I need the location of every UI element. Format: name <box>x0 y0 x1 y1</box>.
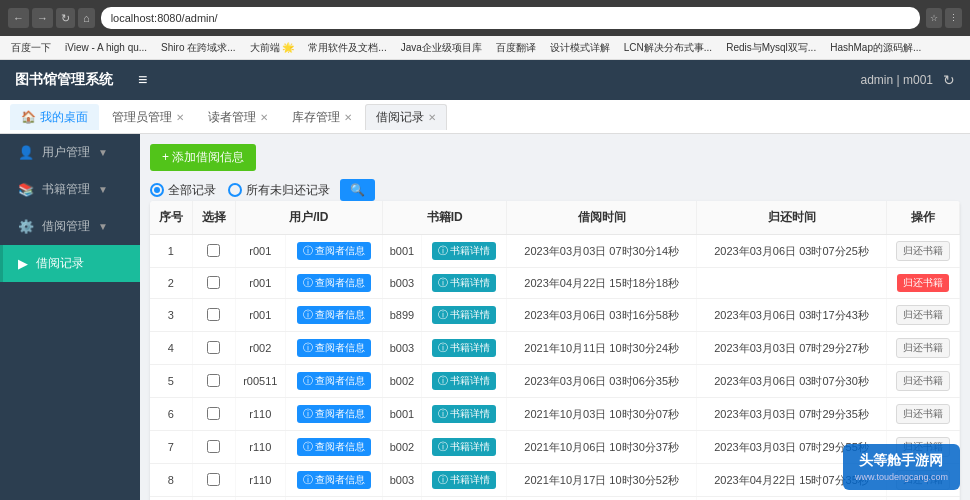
tab-reader[interactable]: 读者管理 ✕ <box>197 104 279 130</box>
book-info-button[interactable]: ⓘ 书籍详情 <box>432 339 497 357</box>
cell-checkbox[interactable] <box>192 332 235 365</box>
book-info-button[interactable]: ⓘ 书籍详情 <box>432 372 497 390</box>
cell-book-btn[interactable]: ⓘ 书籍详情 <box>421 299 507 332</box>
tab-borrow-close[interactable]: ✕ <box>428 112 436 123</box>
row-checkbox[interactable] <box>207 407 220 420</box>
cell-checkbox[interactable] <box>192 431 235 464</box>
reader-info-button[interactable]: ⓘ 查阅者信息 <box>297 405 372 423</box>
cell-book-btn[interactable]: ⓘ 书籍详情 <box>421 235 507 268</box>
filter-all-radio[interactable] <box>150 183 164 197</box>
book-info-button[interactable]: ⓘ 书籍详情 <box>432 471 497 489</box>
cell-reader-btn[interactable]: ⓘ 查阅者信息 <box>285 398 382 431</box>
book-info-button[interactable]: ⓘ 书籍详情 <box>432 306 497 324</box>
cell-action[interactable]: 归还书籍 <box>886 235 959 268</box>
reader-info-button[interactable]: ⓘ 查阅者信息 <box>297 242 372 260</box>
row-checkbox[interactable] <box>207 374 220 387</box>
row-checkbox[interactable] <box>207 276 220 289</box>
tab-admin[interactable]: 管理员管理 ✕ <box>101 104 195 130</box>
book-info-button[interactable]: ⓘ 书籍详情 <box>432 242 497 260</box>
return-button[interactable]: 归还书籍 <box>896 404 950 424</box>
row-checkbox[interactable] <box>207 244 220 257</box>
bookmark-9[interactable]: Redis与Mysql双写... <box>721 40 821 56</box>
reader-info-button[interactable]: ⓘ 查阅者信息 <box>297 339 372 357</box>
reader-info-button[interactable]: ⓘ 查阅者信息 <box>297 306 372 324</box>
tab-inventory-close[interactable]: ✕ <box>344 112 352 123</box>
sidebar-item-borrow-record[interactable]: ▶ 借阅记录 <box>0 245 140 282</box>
cell-book-btn[interactable]: ⓘ 书籍详情 <box>421 431 507 464</box>
add-borrow-button[interactable]: + 添加借阅信息 <box>150 144 256 171</box>
sidebar-item-borrow-mgmt[interactable]: ⚙️ 借阅管理 ▼ <box>0 208 140 245</box>
cell-action[interactable]: 归还书籍 <box>886 299 959 332</box>
bookmark-8[interactable]: LCN解决分布式事... <box>619 40 717 56</box>
cell-checkbox[interactable] <box>192 365 235 398</box>
menu-toggle-icon[interactable]: ≡ <box>138 71 147 89</box>
cell-book-btn[interactable]: ⓘ 书籍详情 <box>421 497 507 501</box>
cell-checkbox[interactable] <box>192 398 235 431</box>
bookmark-10[interactable]: HashMap的源码解... <box>825 40 926 56</box>
filter-all[interactable]: 全部记录 <box>150 182 216 199</box>
filter-unreturned[interactable]: 所有未归还记录 <box>228 182 330 199</box>
cell-action[interactable]: 归还书籍 <box>886 332 959 365</box>
tab-inventory[interactable]: 库存管理 ✕ <box>281 104 363 130</box>
return-button[interactable]: 归还书籍 <box>896 371 950 391</box>
cell-reader-btn[interactable]: ⓘ 查阅者信息 <box>285 268 382 299</box>
cell-book-btn[interactable]: ⓘ 书籍详情 <box>421 398 507 431</box>
sidebar-item-user[interactable]: 👤 用户管理 ▼ <box>0 134 140 171</box>
bookmark-5[interactable]: Java企业级项目库 <box>396 40 487 56</box>
cell-reader-btn[interactable]: ⓘ 查阅者信息 <box>285 299 382 332</box>
cell-book-btn[interactable]: ⓘ 书籍详情 <box>421 365 507 398</box>
menu-button[interactable]: ⋮ <box>945 8 962 28</box>
cell-checkbox[interactable] <box>192 464 235 497</box>
return-button-active[interactable]: 归还书籍 <box>897 274 949 292</box>
cell-action[interactable]: 归还书籍 <box>886 365 959 398</box>
cell-reader-btn[interactable]: ⓘ 查阅者信息 <box>285 332 382 365</box>
tab-home[interactable]: 🏠 我的桌面 <box>10 104 99 130</box>
book-info-button[interactable]: ⓘ 书籍详情 <box>432 405 497 423</box>
filter-unreturned-radio[interactable] <box>228 183 242 197</box>
cell-reader-btn[interactable]: ⓘ 查阅者信息 <box>285 497 382 501</box>
cell-checkbox[interactable] <box>192 497 235 501</box>
row-checkbox[interactable] <box>207 440 220 453</box>
reader-info-button[interactable]: ⓘ 查阅者信息 <box>297 471 372 489</box>
forward-button[interactable]: → <box>32 8 53 28</box>
bookmark-0[interactable]: 百度一下 <box>6 40 56 56</box>
cell-action[interactable]: 归还书籍 <box>886 497 959 501</box>
sidebar-item-book[interactable]: 📚 书籍管理 ▼ <box>0 171 140 208</box>
bookmark-4[interactable]: 常用软件及文档... <box>303 40 391 56</box>
reader-info-button[interactable]: ⓘ 查阅者信息 <box>297 372 372 390</box>
cell-checkbox[interactable] <box>192 235 235 268</box>
tab-admin-close[interactable]: ✕ <box>176 112 184 123</box>
home-button[interactable]: ⌂ <box>78 8 95 28</box>
return-button[interactable]: 归还书籍 <box>896 338 950 358</box>
tab-borrow[interactable]: 借阅记录 ✕ <box>365 104 447 130</box>
row-checkbox[interactable] <box>207 341 220 354</box>
reader-info-button[interactable]: ⓘ 查阅者信息 <box>297 274 372 292</box>
row-checkbox[interactable] <box>207 308 220 321</box>
book-info-button[interactable]: ⓘ 书籍详情 <box>432 274 497 292</box>
cell-reader-btn[interactable]: ⓘ 查阅者信息 <box>285 365 382 398</box>
cell-reader-btn[interactable]: ⓘ 查阅者信息 <box>285 464 382 497</box>
return-button[interactable]: 归还书籍 <box>896 305 950 325</box>
cell-checkbox[interactable] <box>192 268 235 299</box>
cell-book-btn[interactable]: ⓘ 书籍详情 <box>421 332 507 365</box>
address-bar[interactable]: localhost:8080/admin/ <box>101 7 920 29</box>
star-button[interactable]: ☆ <box>926 8 942 28</box>
bookmark-1[interactable]: iView - A high qu... <box>60 41 152 54</box>
bookmark-6[interactable]: 百度翻译 <box>491 40 541 56</box>
cell-checkbox[interactable] <box>192 299 235 332</box>
bookmark-7[interactable]: 设计模式详解 <box>545 40 615 56</box>
cell-reader-btn[interactable]: ⓘ 查阅者信息 <box>285 431 382 464</box>
cell-action[interactable]: 归还书籍 <box>886 268 959 299</box>
bookmark-3[interactable]: 大前端 🌟 <box>245 40 300 56</box>
return-button[interactable]: 归还书籍 <box>896 241 950 261</box>
tab-reader-close[interactable]: ✕ <box>260 112 268 123</box>
cell-book-btn[interactable]: ⓘ 书籍详情 <box>421 268 507 299</box>
bookmark-2[interactable]: Shiro 在跨域求... <box>156 40 240 56</box>
cell-reader-btn[interactable]: ⓘ 查阅者信息 <box>285 235 382 268</box>
cell-action[interactable]: 归还书籍 <box>886 398 959 431</box>
reader-info-button[interactable]: ⓘ 查阅者信息 <box>297 438 372 456</box>
book-info-button[interactable]: ⓘ 书籍详情 <box>432 438 497 456</box>
back-button[interactable]: ← <box>8 8 29 28</box>
header-refresh-icon[interactable]: ↻ <box>943 72 955 88</box>
refresh-button[interactable]: ↻ <box>56 8 75 28</box>
